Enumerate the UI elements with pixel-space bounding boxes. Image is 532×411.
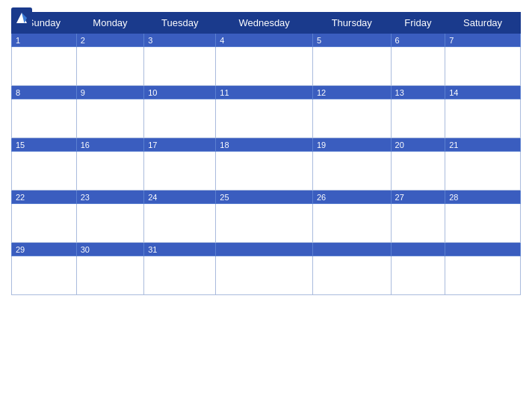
week-content-row-1: [12, 47, 521, 86]
day-number-23: 23: [76, 191, 144, 204]
day-cell-2: [76, 47, 144, 86]
empty-day-number: [445, 243, 521, 256]
day-cell-20: [391, 152, 445, 191]
day-cell-15: [12, 152, 77, 191]
day-number-16: 16: [76, 138, 144, 152]
day-cell-17: [144, 152, 216, 191]
day-cell-31: [144, 256, 216, 295]
day-cell-5: [312, 47, 391, 86]
day-cell-30: [76, 256, 144, 295]
day-number-14: 14: [445, 86, 521, 99]
day-cell-22: [12, 204, 77, 243]
day-cell-10: [144, 99, 216, 138]
empty-day-number: [312, 243, 391, 256]
day-cell-7: [445, 47, 521, 86]
day-number-1: 1: [12, 34, 77, 47]
day-number-27: 27: [391, 191, 445, 204]
empty-day-cell: [391, 256, 445, 295]
day-cell-13: [391, 99, 445, 138]
weekday-header-tuesday: Tuesday: [144, 13, 216, 34]
day-cell-19: [312, 152, 391, 191]
day-number-5: 5: [312, 34, 391, 47]
empty-day-number: [216, 243, 313, 256]
week-number-row-1: 1234567: [12, 34, 521, 47]
empty-day-cell: [312, 256, 391, 295]
week-number-row-5: 293031: [12, 243, 521, 256]
week-content-row-2: [12, 99, 521, 138]
day-cell-16: [76, 152, 144, 191]
empty-day-cell: [445, 256, 521, 295]
day-number-18: 18: [216, 138, 313, 152]
day-number-29: 29: [12, 243, 77, 256]
day-cell-28: [445, 204, 521, 243]
day-number-2: 2: [76, 34, 144, 47]
day-number-15: 15: [12, 138, 77, 152]
day-number-22: 22: [12, 191, 77, 204]
day-cell-1: [12, 47, 77, 86]
day-cell-8: [12, 99, 77, 138]
generalblue-logo-icon: [11, 7, 32, 28]
week-content-row-3: [12, 152, 521, 191]
day-number-11: 11: [216, 86, 313, 99]
day-number-12: 12: [312, 86, 391, 99]
day-number-25: 25: [216, 191, 313, 204]
day-cell-14: [445, 99, 521, 138]
day-cell-23: [76, 204, 144, 243]
day-cell-11: [216, 99, 313, 138]
day-number-17: 17: [144, 138, 216, 152]
day-number-8: 8: [12, 86, 77, 99]
day-number-13: 13: [391, 86, 445, 99]
day-number-6: 6: [391, 34, 445, 47]
empty-day-cell: [216, 256, 313, 295]
day-cell-4: [216, 47, 313, 86]
day-number-20: 20: [391, 138, 445, 152]
logo-area: [11, 7, 34, 28]
weekday-header-friday: Friday: [391, 13, 445, 34]
day-number-30: 30: [76, 243, 144, 256]
week-number-row-3: 15161718192021: [12, 138, 521, 152]
week-number-row-4: 22232425262728: [12, 191, 521, 204]
day-number-7: 7: [445, 34, 521, 47]
day-cell-3: [144, 47, 216, 86]
day-cell-29: [12, 256, 77, 295]
week-content-row-5: [12, 256, 521, 295]
weekday-header-row: SundayMondayTuesdayWednesdayThursdayFrid…: [12, 13, 521, 34]
day-cell-6: [391, 47, 445, 86]
day-number-9: 9: [76, 86, 144, 99]
weekday-header-thursday: Thursday: [312, 13, 391, 34]
day-number-26: 26: [312, 191, 391, 204]
day-cell-9: [76, 99, 144, 138]
week-content-row-4: [12, 204, 521, 243]
day-number-4: 4: [216, 34, 313, 47]
day-cell-26: [312, 204, 391, 243]
day-number-21: 21: [445, 138, 521, 152]
week-number-row-2: 891011121314: [12, 86, 521, 99]
day-cell-18: [216, 152, 313, 191]
day-cell-24: [144, 204, 216, 243]
weekday-header-saturday: Saturday: [445, 13, 521, 34]
day-number-3: 3: [144, 34, 216, 47]
weekday-header-monday: Monday: [76, 13, 144, 34]
day-number-19: 19: [312, 138, 391, 152]
calendar-wrapper: SundayMondayTuesdayWednesdayThursdayFrid…: [0, 0, 532, 411]
day-number-24: 24: [144, 191, 216, 204]
day-number-28: 28: [445, 191, 521, 204]
day-cell-27: [391, 204, 445, 243]
day-number-10: 10: [144, 86, 216, 99]
day-cell-25: [216, 204, 313, 243]
weekday-header-wednesday: Wednesday: [216, 13, 313, 34]
day-cell-21: [445, 152, 521, 191]
empty-day-number: [391, 243, 445, 256]
day-cell-12: [312, 99, 391, 138]
day-number-31: 31: [144, 243, 216, 256]
calendar-table: SundayMondayTuesdayWednesdayThursdayFrid…: [11, 12, 521, 295]
